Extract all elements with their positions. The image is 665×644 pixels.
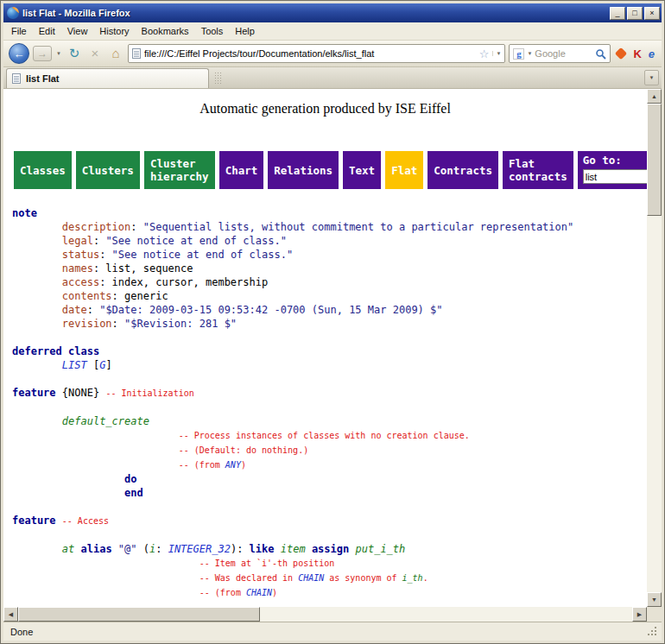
list-all-tabs-button[interactable]: ▼ xyxy=(644,70,659,85)
menu-item-history[interactable]: History xyxy=(93,23,135,39)
nav-button-contracts[interactable]: Contracts xyxy=(428,151,498,189)
code-line: at alias "@" (i: INTEGER_32): like item … xyxy=(12,542,647,556)
back-button[interactable]: ← xyxy=(9,43,29,64)
code-line: -- Item at `i'-th position xyxy=(12,556,647,571)
code-line xyxy=(12,401,647,414)
tab-favicon xyxy=(12,73,21,84)
menu-item-edit[interactable]: Edit xyxy=(33,23,61,39)
code-line: do xyxy=(12,472,647,486)
tab-label: list Flat xyxy=(26,73,60,84)
reload-button[interactable]: ↻ xyxy=(66,45,83,62)
code-line: -- (from ANY) xyxy=(12,458,647,472)
code-line: contents: generic xyxy=(12,289,647,303)
url-dropdown-icon[interactable]: ▼ xyxy=(492,51,501,56)
minimize-button[interactable]: _ xyxy=(610,7,625,20)
code-line: legal: "See notice at end of class." xyxy=(12,234,647,248)
nav-button-cluster-hierarchy[interactable]: Cluster hierarchy xyxy=(144,151,215,189)
menu-item-file[interactable]: File xyxy=(5,23,33,39)
code-line: names: list, sequence xyxy=(12,262,647,275)
extension-icon-k[interactable]: K xyxy=(631,47,643,60)
nav-button-chart[interactable]: Chart xyxy=(219,151,264,189)
goto-block: Go to: xyxy=(578,151,647,189)
page-favicon xyxy=(132,48,141,59)
horizontal-scrollbar-thumb[interactable] xyxy=(18,607,260,622)
extension-icon-e[interactable]: e xyxy=(647,47,656,60)
tab-strip-handle[interactable] xyxy=(214,72,221,85)
code-line xyxy=(12,528,647,542)
code-line: -- (from CHAIN) xyxy=(12,585,647,600)
scrollbar-corner xyxy=(647,607,662,622)
menubar: FileEditViewHistoryBookmarksToolsHelp xyxy=(3,22,662,41)
menu-item-help[interactable]: Help xyxy=(229,23,261,39)
close-button[interactable]: × xyxy=(644,7,660,20)
goto-input[interactable] xyxy=(583,169,647,184)
tab-list-flat[interactable]: list Flat xyxy=(6,68,209,88)
google-icon: g xyxy=(513,48,524,60)
menu-item-tools[interactable]: Tools xyxy=(195,23,230,39)
menu-item-view[interactable]: View xyxy=(61,23,94,39)
firefox-icon xyxy=(7,7,19,19)
home-button[interactable]: ⌂ xyxy=(107,45,124,62)
nav-button-text[interactable]: Text xyxy=(343,151,381,189)
status-text: Done xyxy=(10,627,33,637)
nav-button-relations[interactable]: Relations xyxy=(268,151,339,189)
goto-label: Go to: xyxy=(583,154,647,167)
tab-bar: list Flat ▼ xyxy=(3,67,662,89)
forward-button[interactable]: → xyxy=(33,46,52,61)
search-box[interactable]: g ▼ Google xyxy=(509,44,611,63)
scroll-right-button[interactable]: ▶ xyxy=(632,607,647,622)
nav-button-flat-contracts[interactable]: Flat contracts xyxy=(503,151,573,189)
code-line: access: index, cursor, membership xyxy=(12,275,647,289)
window-controls: _ □ × xyxy=(610,7,660,20)
nav-button-classes[interactable]: Classes xyxy=(14,151,72,189)
scroll-left-button[interactable]: ◀ xyxy=(3,607,18,622)
code-line xyxy=(12,372,647,386)
status-bar: Done xyxy=(3,622,662,641)
horizontal-scrollbar[interactable]: ◀ ▶ xyxy=(3,607,647,622)
window-title: list Flat - Mozilla Firefox xyxy=(22,8,606,18)
history-dropdown-icon[interactable]: ▼ xyxy=(55,51,62,56)
address-bar[interactable]: file:///C:/Eiffel Projects/tour/Document… xyxy=(128,44,505,63)
nav-button-clusters[interactable]: Clusters xyxy=(76,151,140,189)
extension-icon-orange[interactable] xyxy=(615,47,627,60)
vertical-scrollbar-thumb[interactable] xyxy=(647,104,662,216)
search-input[interactable]: Google xyxy=(535,48,592,59)
code-line: LIST [G] xyxy=(12,358,647,372)
content-area: Automatic generation produced by ISE Eif… xyxy=(3,89,662,622)
doc-nav-buttons: ClassesClustersCluster hierarchyChartRel… xyxy=(14,151,573,189)
vertical-scrollbar[interactable]: ▲ ▼ xyxy=(647,89,662,607)
code-line xyxy=(12,331,647,344)
code-line: end xyxy=(12,486,647,500)
horizontal-scrollbar-track[interactable] xyxy=(260,607,632,622)
code-line xyxy=(12,500,647,514)
page-banner: Automatic generation produced by ISE Eif… xyxy=(3,101,647,117)
scroll-up-button[interactable]: ▲ xyxy=(647,89,662,104)
nav-button-flat[interactable]: Flat xyxy=(385,151,423,189)
vertical-scrollbar-track[interactable] xyxy=(647,216,662,592)
code-line: default_create xyxy=(12,414,647,428)
titlebar: list Flat - Mozilla Firefox _ □ × xyxy=(3,3,662,22)
code-line: deferred class xyxy=(12,344,647,358)
page-content: Automatic generation produced by ISE Eif… xyxy=(3,89,647,607)
doc-nav-row: ClassesClustersCluster hierarchyChartRel… xyxy=(14,151,647,189)
code-line: feature -- Access xyxy=(12,514,647,528)
resize-grip[interactable] xyxy=(647,626,658,637)
code-line: status: "See notice at end of class." xyxy=(12,248,647,262)
code-line: note xyxy=(12,206,647,220)
code-line: date: "$Date: 2009-03-15 09:53:42 -0700 … xyxy=(12,303,647,317)
search-engine-dropdown-icon[interactable]: ▼ xyxy=(527,51,532,56)
stop-button[interactable]: × xyxy=(86,45,104,62)
firefox-window: list Flat - Mozilla Firefox _ □ × FileEd… xyxy=(0,0,665,644)
maximize-button[interactable]: □ xyxy=(627,7,643,20)
menu-item-bookmarks[interactable]: Bookmarks xyxy=(136,23,195,39)
code-line: feature {NONE} -- Initialization xyxy=(12,386,647,401)
search-icon[interactable] xyxy=(595,48,606,60)
code-block: note description: "Sequential lists, wit… xyxy=(12,206,647,600)
code-line: revision: "$Revision: 281 $" xyxy=(12,317,647,331)
scroll-down-button[interactable]: ▼ xyxy=(647,592,662,607)
bookmark-star-icon[interactable]: ☆ xyxy=(479,48,490,60)
code-line: description: "Sequential lists, without … xyxy=(12,220,647,234)
url-input[interactable]: file:///C:/Eiffel Projects/tour/Document… xyxy=(144,48,476,59)
nav-toolbar: ← → ▼ ↻ × ⌂ file:///C:/Eiffel Projects/t… xyxy=(3,41,662,67)
code-line: -- Was declared in CHAIN as synonym of i… xyxy=(12,571,647,585)
